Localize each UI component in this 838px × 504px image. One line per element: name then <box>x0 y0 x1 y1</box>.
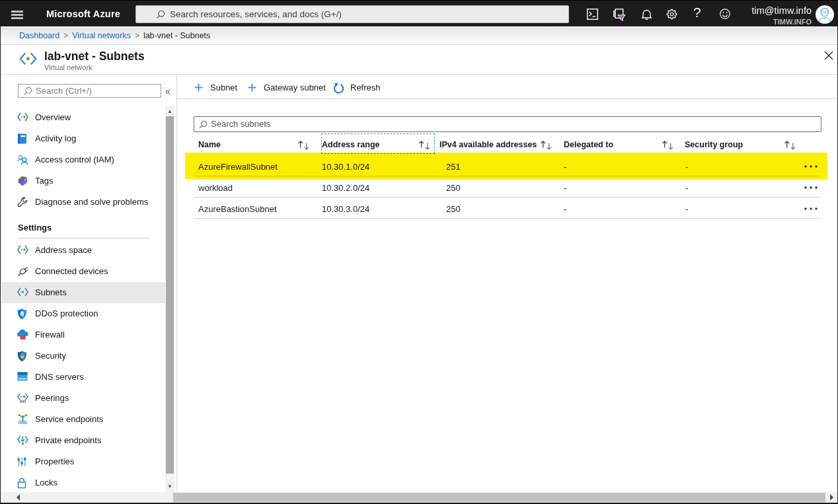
svg-text:www: www <box>18 377 26 380</box>
